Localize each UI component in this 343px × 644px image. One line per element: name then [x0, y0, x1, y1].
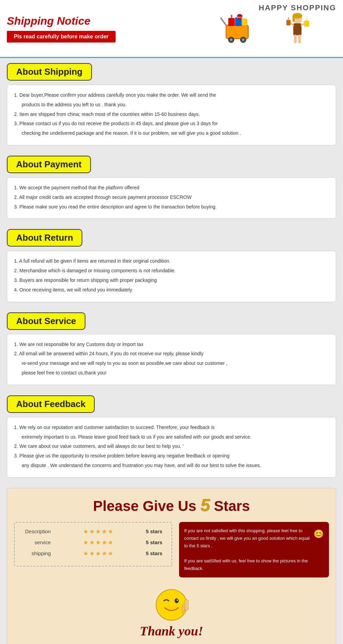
smiley-icon: 😊: [314, 527, 324, 541]
list-item: 1. We rely on our reputation and custome…: [14, 424, 329, 432]
five-stars-title: Please Give Us 5 Stars: [14, 495, 329, 515]
service-content: 1. We are not responsible for any Custom…: [7, 334, 336, 385]
rating-stars-shipping: ★★★★★: [83, 550, 114, 557]
shipping-title: About Shipping: [7, 63, 92, 81]
rating-row-service: service ★★★★★ 5 stars: [23, 539, 163, 546]
header-left: Shipping Notice Pls read carefully befor…: [7, 15, 116, 43]
happy-shopping-text: HAPPY SHOPPING: [259, 3, 336, 12]
service-section: About Service 1. We are not responsible …: [0, 307, 343, 390]
svg-rect-16: [293, 23, 301, 35]
header-subtitle: Pls read carefully before make order: [7, 31, 116, 43]
rating-stars-description: ★★★★★: [83, 528, 114, 535]
five-stars-section: Please Give Us 5 Stars Description ★★★★★…: [7, 488, 336, 644]
svg-rect-6: [228, 18, 235, 26]
return-title-wrap: About Return: [7, 229, 336, 247]
payment-section: About Payment 1. We accept the payment m…: [0, 151, 343, 224]
service-title: About Service: [7, 312, 85, 330]
svg-rect-1: [227, 26, 247, 38]
svg-text:SALE: SALE: [237, 16, 243, 19]
service-title-wrap: About Service: [7, 312, 336, 330]
rating-table: Description ★★★★★ 5 stars service ★★★★★ …: [14, 522, 172, 567]
info-box: 😊 If you are not satisfied with this sho…: [179, 522, 329, 578]
five-stars-title-start: Please Give Us: [93, 498, 200, 514]
rating-label-shipping: shipping: [23, 550, 51, 556]
shipping-content: 1. Dear buyer,Please confirm your addres…: [7, 85, 336, 145]
svg-point-3: [230, 39, 232, 41]
return-section: About Return 1. A full refund will be gi…: [0, 224, 343, 307]
feedback-content: 1. We rely on our reputation and custome…: [7, 417, 336, 478]
happy-shopping-area: HAPPY SHOPPING: [259, 3, 336, 53]
list-item: 3. Please contact us if you do not recei…: [14, 120, 329, 128]
five-stars-title-end: Stars: [210, 498, 250, 514]
svg-rect-30: [183, 612, 185, 614]
list-item: any dispute . We understand the concerns…: [14, 462, 329, 470]
return-content: 1. A full refund will be given if items …: [7, 251, 336, 302]
list-item: 2. Item are shipped from china; reach mo…: [14, 110, 329, 119]
list-item: 1. We accept the payment method that the…: [14, 184, 329, 192]
winking-face-icon: [154, 588, 189, 622]
svg-rect-22: [304, 21, 309, 27]
payment-title-wrap: About Payment: [7, 156, 336, 173]
info-text-2: If you are satiSfied with us, feel free …: [184, 557, 324, 572]
feedback-title-wrap: About Feedback: [7, 395, 336, 413]
rating-label-service: service: [23, 539, 51, 545]
list-item: 1. Dear buyer,Please confirm your addres…: [14, 91, 329, 99]
rating-text-shipping: 5 stars: [146, 550, 163, 556]
list-item: extremely important to us. Please leave …: [14, 433, 329, 441]
list-item: 3. Buyers are responsible for return shi…: [14, 276, 329, 285]
svg-rect-27: [182, 604, 185, 607]
rating-stars-service: ★★★★★: [83, 539, 114, 546]
shipping-title-wrap: About Shipping: [7, 63, 336, 81]
five-stars-number: 5: [200, 496, 210, 515]
list-item: 2. All email will be answered within 24 …: [14, 350, 329, 358]
rating-label-description: Description: [23, 528, 51, 534]
info-text-1: If you are not satisfied with this shopp…: [184, 527, 324, 550]
header-right: SALE HAPPY SHOPPING: [214, 3, 336, 53]
thank-you-text: Thank you!: [14, 623, 329, 639]
list-item: 2. We care about our value customers, an…: [14, 442, 329, 451]
list-item: 3. Please give us the opportunity to res…: [14, 452, 329, 460]
svg-rect-19: [294, 35, 297, 43]
svg-point-24: [175, 598, 179, 603]
svg-rect-15: [293, 16, 295, 22]
list-item: 2. Merchandise which is damaged or missi…: [14, 267, 329, 275]
svg-rect-20: [298, 35, 301, 43]
feedback-title: About Feedback: [7, 395, 95, 413]
payment-title: About Payment: [7, 156, 91, 173]
page-title: Shipping Notice: [7, 15, 116, 27]
list-item: products to the address you left to us .…: [14, 101, 329, 109]
rating-row-shipping: shipping ★★★★★ 5 stars: [23, 550, 163, 557]
list-item: 1. A full refund will be given if items …: [14, 257, 329, 265]
list-item: please feel free to contact us,thank you…: [14, 369, 329, 377]
feedback-section: About Feedback 1. We rely on our reputat…: [0, 390, 343, 483]
list-item: 3. Please make sure you read the entire …: [14, 203, 329, 211]
rating-text-description: 5 stars: [146, 528, 163, 534]
svg-point-5: [242, 39, 244, 41]
svg-rect-21: [286, 20, 291, 25]
rating-row-description: Description ★★★★★ 5 stars: [23, 528, 163, 535]
shipping-section: About Shipping 1. Dear buyer,Please conf…: [0, 58, 343, 151]
payment-content: 1. We accept the payment method that the…: [7, 177, 336, 219]
rating-text-service: 5 stars: [146, 539, 163, 545]
svg-point-25: [177, 599, 178, 601]
cart-icon: SALE: [214, 11, 255, 46]
thank-you-area: Thank you!: [14, 584, 329, 640]
list-item: re-send your message and we will reply t…: [14, 359, 329, 368]
return-title: About Return: [7, 229, 82, 247]
list-item: 4. Once receiving items, we will refund …: [14, 286, 329, 294]
svg-rect-29: [182, 609, 185, 612]
list-item: checking the undelivered package and the…: [14, 129, 329, 138]
five-stars-content: Description ★★★★★ 5 stars service ★★★★★ …: [14, 522, 329, 578]
list-item: 1. We are not responsible for any Custom…: [14, 341, 329, 349]
svg-rect-10: [242, 19, 247, 26]
list-item: 2. All major credit cards are accepted t…: [14, 193, 329, 202]
header: Shipping Notice Pls read carefully befor…: [0, 0, 343, 58]
